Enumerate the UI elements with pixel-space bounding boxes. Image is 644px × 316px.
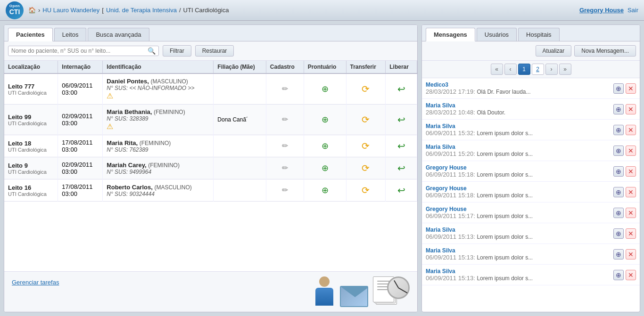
transfer-icon[interactable]: ⟳ bbox=[359, 82, 372, 96]
release-icon[interactable]: ↩ bbox=[395, 184, 408, 197]
msg-delete-button[interactable]: ✕ bbox=[626, 187, 636, 197]
transfer-icon[interactable]: ⟳ bbox=[359, 113, 372, 126]
msg-view-button[interactable]: ⊕ bbox=[613, 146, 624, 156]
prontuario-icon[interactable]: ⊕ bbox=[318, 82, 331, 96]
msg-datetime: 06/09/2011 15:13: bbox=[426, 254, 477, 261]
edit-icon[interactable]: ✏ bbox=[278, 139, 291, 153]
cell-mae bbox=[214, 73, 266, 105]
message-item: Gregory House 06/09/2011 15:17: Lorem ip… bbox=[422, 203, 640, 223]
breadcrumb-uti[interactable]: Unid. de Terapia Intensiva bbox=[106, 7, 177, 14]
left-footer: Gerenciar tarefas bbox=[4, 271, 417, 312]
msg-delete-button[interactable]: ✕ bbox=[626, 104, 636, 114]
msg-view-button[interactable]: ⊕ bbox=[613, 249, 624, 259]
msg-sender[interactable]: Maria Silva bbox=[426, 268, 611, 275]
release-icon[interactable]: ↩ bbox=[395, 113, 408, 126]
page-next-btn[interactable]: › bbox=[545, 64, 558, 75]
msg-sender[interactable]: Medico3 bbox=[426, 81, 611, 88]
msg-actions: ⊕ ✕ bbox=[613, 104, 636, 114]
footer-icons bbox=[313, 276, 410, 307]
breadcrumb-sep2: [ bbox=[102, 7, 104, 14]
msg-view-button[interactable]: ⊕ bbox=[613, 228, 624, 239]
tab-usuarios[interactable]: Usuários bbox=[477, 28, 517, 41]
prontuario-icon[interactable]: ⊕ bbox=[318, 113, 331, 126]
prontuario-icon[interactable]: ⊕ bbox=[318, 139, 331, 153]
prontuario-icon[interactable]: ⊕ bbox=[318, 162, 331, 175]
nova-mensagem-button[interactable]: Nova Mensagem... bbox=[574, 45, 636, 57]
msg-view-button[interactable]: ⊕ bbox=[613, 104, 624, 114]
home-icon[interactable]: 🏠 bbox=[28, 7, 36, 14]
msg-sender[interactable]: Maria Silva bbox=[426, 247, 611, 254]
msg-delete-button[interactable]: ✕ bbox=[626, 249, 636, 259]
search-input[interactable] bbox=[11, 48, 148, 54]
edit-icon[interactable]: ✏ bbox=[278, 162, 291, 175]
edit-icon[interactable]: ✏ bbox=[278, 184, 291, 197]
msg-sender[interactable]: Maria Silva bbox=[426, 102, 611, 109]
msg-view-button[interactable]: ⊕ bbox=[613, 83, 624, 94]
patient-gender: (MASCULINO) bbox=[154, 184, 191, 191]
msg-view-button[interactable]: ⊕ bbox=[613, 270, 624, 280]
msg-content: Gregory House 06/09/2011 15:18: Lorem ip… bbox=[426, 164, 611, 178]
msg-sender[interactable]: Maria Silva bbox=[426, 123, 611, 130]
user-name-link[interactable]: Gregory House bbox=[579, 7, 624, 14]
patient-name: Maria Rita, bbox=[107, 139, 138, 146]
gerenciar-tarefas-link[interactable]: Gerenciar tarefas bbox=[12, 279, 59, 286]
edit-icon[interactable]: ✏ bbox=[278, 113, 291, 126]
search-icon[interactable]: 🔍 bbox=[148, 47, 156, 55]
page-2-btn[interactable]: 2 bbox=[532, 64, 544, 75]
message-item: Maria Silva 06/09/2011 15:20: Lorem ipsu… bbox=[422, 140, 640, 161]
msg-sender[interactable]: Maria Silva bbox=[426, 227, 611, 233]
msg-delete-button[interactable]: ✕ bbox=[626, 208, 636, 218]
msg-view-button[interactable]: ⊕ bbox=[613, 208, 624, 218]
tab-busca-avancada[interactable]: Busca avançada bbox=[88, 28, 149, 41]
release-icon[interactable]: ↩ bbox=[395, 162, 408, 175]
msg-delete-button[interactable]: ✕ bbox=[626, 270, 636, 280]
prontuario-icon[interactable]: ⊕ bbox=[318, 184, 331, 197]
admission-date: 02/09/2011 bbox=[62, 161, 99, 168]
table-row: Leito 9 UTI Cardiológica 02/09/2011 03:0… bbox=[4, 157, 417, 179]
topbar-sair[interactable]: Sair bbox=[627, 7, 638, 14]
transfer-icon[interactable]: ⟳ bbox=[359, 139, 372, 153]
release-icon[interactable]: ↩ bbox=[395, 139, 408, 153]
msg-view-button[interactable]: ⊕ bbox=[613, 187, 624, 197]
msg-delete-button[interactable]: ✕ bbox=[626, 228, 636, 239]
tab-mensagens[interactable]: Mensagens bbox=[426, 28, 475, 41]
msg-sender[interactable]: Maria Silva bbox=[426, 144, 611, 150]
msg-delete-button[interactable]: ✕ bbox=[626, 125, 636, 135]
tab-leitos[interactable]: Leitos bbox=[54, 28, 87, 41]
message-item: Maria Silva 06/09/2011 15:13: Lorem ipsu… bbox=[422, 265, 640, 285]
msg-view-button[interactable]: ⊕ bbox=[613, 125, 624, 135]
cell-localizacao: Leito 777 UTI Cardiológica bbox=[4, 73, 58, 105]
restore-button[interactable]: Restaurar bbox=[195, 45, 234, 57]
page-1-btn[interactable]: 1 bbox=[518, 64, 530, 75]
col-localizacao: Localização bbox=[4, 61, 58, 73]
msg-preview: 06/09/2011 15:13: Lorem ipsum dolor s... bbox=[426, 233, 611, 240]
cell-cadastro: ✏ bbox=[266, 157, 304, 179]
breadcrumb-hu[interactable]: HU Lauro Wanderley bbox=[42, 7, 99, 14]
page-prev-btn[interactable]: ‹ bbox=[504, 64, 517, 75]
msg-delete-button[interactable]: ✕ bbox=[626, 146, 636, 156]
tab-hospitais[interactable]: Hospitais bbox=[518, 28, 559, 41]
cell-internacao: 17/08/2011 03:00 bbox=[58, 179, 103, 202]
release-icon[interactable]: ↩ bbox=[395, 82, 408, 96]
cell-internacao: 02/09/2011 03:00 bbox=[58, 157, 103, 179]
msg-sender[interactable]: Gregory House bbox=[426, 206, 611, 212]
atualizar-button[interactable]: Atualizar bbox=[536, 45, 572, 57]
cell-localizacao: Leito 16 UTI Cardiológica bbox=[4, 179, 58, 202]
tab-pacientes[interactable]: Pacientes bbox=[8, 28, 53, 41]
cell-prontuario: ⊕ bbox=[304, 157, 346, 179]
msg-delete-button[interactable]: ✕ bbox=[626, 83, 636, 94]
msg-delete-button[interactable]: ✕ bbox=[626, 166, 636, 177]
msg-view-button[interactable]: ⊕ bbox=[613, 166, 624, 177]
cell-localizacao: Leito 18 UTI Cardiológica bbox=[4, 135, 58, 157]
msg-sender[interactable]: Gregory House bbox=[426, 185, 611, 192]
cell-liberar: ↩ bbox=[386, 157, 417, 179]
admission-time: 03:00 bbox=[62, 120, 99, 127]
msg-sender[interactable]: Gregory House bbox=[426, 164, 611, 171]
edit-icon[interactable]: ✏ bbox=[278, 82, 291, 96]
filter-button[interactable]: Filtrar bbox=[163, 45, 191, 57]
transfer-icon[interactable]: ⟳ bbox=[359, 162, 372, 175]
page-last-btn[interactable]: » bbox=[559, 64, 571, 75]
page-first-btn[interactable]: « bbox=[491, 64, 503, 75]
clock-hand-hour bbox=[394, 280, 399, 288]
transfer-icon[interactable]: ⟳ bbox=[359, 184, 372, 197]
